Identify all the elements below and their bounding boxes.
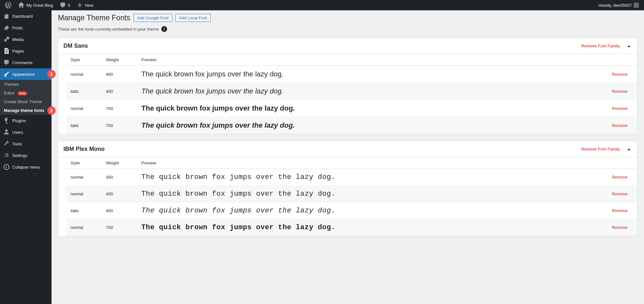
font-family-name: IBM Plex Mono [63, 146, 105, 152]
avatar [634, 3, 639, 8]
font-preview-text: The quick brown fox jumps over the lazy … [141, 87, 594, 95]
font-preview-text: The quick brown fox jumps over the lazy … [141, 190, 594, 198]
col-weight: Weight [101, 54, 137, 66]
remove-variant-link[interactable]: Remove [612, 123, 628, 128]
sidebar-item-collapse[interactable]: Collapse menu [0, 161, 52, 173]
font-variant-row: normal300The quick brown fox jumps over … [66, 169, 637, 186]
col-preview: Preview [137, 157, 599, 169]
settings-icon [3, 152, 10, 159]
collapse-icon [3, 164, 10, 170]
pages-icon [3, 48, 10, 54]
page-title: Manage Theme Fonts [58, 14, 130, 22]
variant-weight: 400 [101, 186, 137, 202]
comments-link[interactable]: 0 [57, 0, 73, 10]
admin-topbar: My Great Blog 0 New Howdy, dee35007 [0, 0, 644, 10]
font-variant-row: normal400The quick brown fox jumps over … [66, 186, 637, 202]
annotation-badge-1: 1 [47, 70, 56, 78]
sidebar-sub-manage-fonts[interactable]: Manage theme fonts [0, 106, 52, 115]
wordpress-icon [5, 2, 12, 8]
col-style: Style [66, 157, 101, 169]
site-name: My Great Blog [26, 3, 53, 8]
remove-variant-link[interactable]: Remove [612, 89, 628, 94]
howdy-text: Howdy, dee35007 [598, 3, 632, 8]
chevron-up-icon[interactable] [626, 43, 632, 49]
chevron-up-icon[interactable] [626, 146, 632, 152]
sidebar-sub-create-block-theme[interactable]: Create Block Theme [0, 97, 52, 106]
variant-style: italic [66, 83, 101, 100]
sidebar-item-dashboard[interactable]: Dashboard [0, 10, 52, 22]
svg-point-0 [4, 39, 7, 42]
variant-weight: 400 [101, 202, 137, 219]
annotation-badge-2: 2 [47, 106, 56, 115]
variant-style: normal [66, 100, 101, 117]
font-variant-row: normal700The quick brown fox jumps over … [66, 219, 637, 236]
variant-style: normal [66, 169, 101, 186]
variant-style: normal [66, 66, 101, 83]
sidebar-item-media[interactable]: Media [0, 34, 52, 45]
sidebar-item-users[interactable]: Users [0, 126, 52, 138]
variant-weight: 400 [101, 66, 137, 83]
col-weight: Weight [101, 157, 137, 169]
sidebar-item-pages[interactable]: Pages [0, 45, 52, 57]
sidebar-item-plugins[interactable]: Plugins [0, 115, 52, 126]
col-style: Style [66, 54, 101, 66]
variant-style: italic [66, 202, 101, 219]
home-icon [18, 2, 24, 8]
page-subnote: These are the fonts currently embedded i… [58, 27, 159, 32]
variant-weight: 300 [101, 169, 137, 186]
font-family-panel: DM SansRemove Font FamilyStyleWeightPrev… [58, 38, 638, 134]
new-content-link[interactable]: New [74, 0, 96, 10]
comments-icon [3, 59, 10, 66]
font-preview-text: The quick brown fox jumps over the lazy … [141, 121, 594, 130]
font-preview-text: The quick brown fox jumps over the lazy … [141, 207, 594, 215]
wordpress-menu[interactable] [3, 0, 14, 10]
remove-variant-link[interactable]: Remove [612, 72, 628, 77]
remove-font-family-link[interactable]: Remove Font Family [581, 147, 620, 152]
info-icon[interactable]: i [161, 26, 167, 32]
remove-variant-link[interactable]: Remove [612, 208, 628, 213]
dashboard-icon [3, 13, 10, 19]
variant-style: italic [66, 117, 101, 134]
comments-count: 0 [68, 3, 70, 8]
brush-icon [3, 71, 10, 77]
variant-weight: 700 [101, 219, 137, 236]
my-account-link[interactable]: Howdy, dee35007 [596, 0, 641, 10]
font-family-panel: IBM Plex MonoRemove Font FamilyStyleWeig… [58, 141, 638, 236]
remove-variant-link[interactable]: Remove [612, 191, 628, 196]
font-family-name: DM Sans [63, 43, 88, 49]
sidebar-sub-editor[interactable]: Editor beta [0, 89, 52, 97]
font-variant-row: normal400The quick brown fox jumps over … [66, 66, 637, 83]
beta-badge: beta [17, 91, 27, 95]
admin-sidebar: Dashboard Posts Media Pages Comments App… [0, 10, 52, 304]
sidebar-item-tools[interactable]: Tools [0, 138, 52, 150]
sidebar-item-posts[interactable]: Posts [0, 22, 52, 34]
font-preview-text: The quick brown fox jumps over the lazy … [141, 70, 594, 78]
remove-variant-link[interactable]: Remove [612, 106, 628, 111]
font-preview-text: The quick brown fox jumps over the lazy … [141, 104, 594, 113]
font-variant-row: italic400The quick brown fox jumps over … [66, 83, 637, 100]
variant-style: normal [66, 219, 101, 236]
variant-weight: 700 [101, 100, 137, 117]
remove-variant-link[interactable]: Remove [612, 225, 628, 230]
font-variant-row: italic700The quick brown fox jumps over … [66, 117, 637, 134]
remove-font-family-link[interactable]: Remove Font Family [581, 44, 620, 48]
font-preview-text: The quick brown fox jumps over the lazy … [141, 173, 594, 181]
font-variant-row: italic400The quick brown fox jumps over … [66, 202, 637, 219]
wrench-icon [3, 141, 10, 147]
media-icon [3, 36, 10, 43]
sidebar-sub-themes[interactable]: Themes [0, 80, 52, 89]
sidebar-item-comments[interactable]: Comments [0, 57, 52, 68]
pin-icon [3, 25, 10, 31]
add-google-font-button[interactable]: Add Google Font [134, 14, 172, 22]
col-preview: Preview [137, 54, 599, 66]
variant-style: normal [66, 186, 101, 202]
site-home-link[interactable]: My Great Blog [15, 0, 56, 10]
add-local-font-button[interactable]: Add Local Font [175, 14, 211, 22]
sidebar-item-appearance[interactable]: Appearance [0, 68, 52, 80]
sidebar-item-settings[interactable]: Settings [0, 150, 52, 161]
page-content: Manage Theme Fonts Add Google Font Add L… [52, 10, 644, 304]
user-icon [3, 129, 10, 135]
comment-icon [60, 2, 66, 8]
remove-variant-link[interactable]: Remove [612, 175, 628, 180]
variant-weight: 400 [101, 83, 137, 100]
